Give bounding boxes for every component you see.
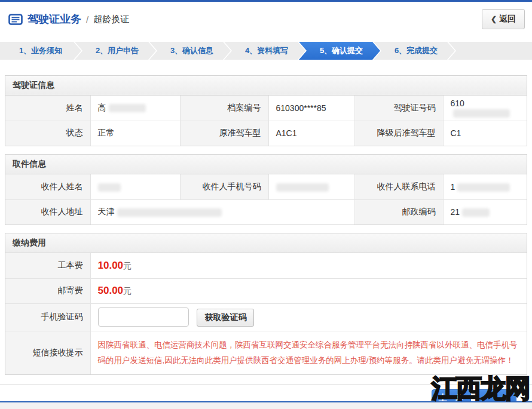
orig-class-value: A1C1 xyxy=(268,121,354,146)
work-fee-amount: 10.00 xyxy=(98,260,124,271)
step-3-confirm-info: 3、确认信息 xyxy=(149,42,231,60)
down-class-value: C1 xyxy=(443,121,527,146)
license-info-table: 姓名 高 档案编号 610300****85 驾驶证号码 610 状态 正常 原… xyxy=(5,96,527,146)
mail-fee-label: 邮寄费 xyxy=(5,278,90,303)
section-title-pickup-info: 取件信息 xyxy=(5,155,527,174)
back-button-label: 返回 xyxy=(499,14,516,24)
page-title: 驾驶证业务 xyxy=(27,12,81,26)
down-class-label: 降级后准驾车型 xyxy=(354,121,443,146)
recipient-phone-value: 1 xyxy=(443,174,527,199)
recipient-name-label: 收件人姓名 xyxy=(5,174,90,199)
redacted-recipient-phone xyxy=(457,183,510,192)
step-5-confirm-submit-active: 5、确认提交 xyxy=(299,42,380,60)
recipient-mobile-value xyxy=(268,174,354,199)
section-license-info: 驾驶证信息 姓名 高 档案编号 610300****85 驾驶证号码 610 状… xyxy=(5,75,527,146)
sms-tip-label: 短信接收提示 xyxy=(5,331,90,374)
recipient-mobile-label: 收件人手机号码 xyxy=(180,174,268,199)
chevron-left-icon: ❮ xyxy=(491,15,497,23)
table-row: 收件人姓名 收件人手机号码 收件人联系电话 1 xyxy=(5,174,527,199)
postcode-label: 邮政编码 xyxy=(354,199,443,225)
orig-class-label: 原准驾车型 xyxy=(180,121,268,146)
postcode-value-text: 21 xyxy=(451,207,460,217)
work-fee-value: 10.00元 xyxy=(90,253,527,278)
get-captcha-button[interactable]: 获取验证码 xyxy=(197,309,254,327)
back-button[interactable]: ❮ 返回 xyxy=(482,9,525,29)
redacted-postcode xyxy=(462,208,490,217)
sms-tip-text: 因陕西省联通、电信运营商技术问题，陕西省互联网交通安全综合服务管理平台无法向持陕… xyxy=(98,337,519,369)
captcha-label: 手机验证码 xyxy=(5,303,90,331)
main-content: 驾驶证信息 姓名 高 档案编号 610300****85 驾驶证号码 610 状… xyxy=(0,75,532,375)
license-card-icon xyxy=(8,14,23,25)
table-row: 收件人地址 天津 邮政编码 21 xyxy=(5,199,527,225)
recipient-phone-label: 收件人联系电话 xyxy=(354,174,443,199)
step-1-business-notice: 1、业务须知 xyxy=(0,42,81,60)
watermark-part2: 龙网 xyxy=(481,374,530,402)
name-value: 高 xyxy=(90,96,180,121)
table-row: 状态 正常 原准驾车型 A1C1 降级后准驾车型 C1 xyxy=(5,121,527,146)
site-watermark: 江西龙网 xyxy=(432,371,530,406)
section-title-payment: 缴纳费用 xyxy=(5,233,527,253)
name-label: 姓名 xyxy=(5,96,90,121)
file-no-value: 610300****85 xyxy=(268,96,354,121)
mail-fee-value: 50.00元 xyxy=(90,278,527,303)
captcha-cell: 获取验证码 xyxy=(90,303,527,331)
page-header: 驾驶证业务 / 超龄换证 ❮ 返回 xyxy=(0,2,532,36)
table-row: 姓名 高 档案编号 610300****85 驾驶证号码 610 xyxy=(5,96,527,121)
step-bar-filler xyxy=(448,42,532,60)
license-no-label: 驾驶证号码 xyxy=(354,96,443,121)
postcode-value: 21 xyxy=(443,199,527,225)
table-row: 工本费 10.00元 xyxy=(5,253,527,278)
redacted-recipient-mobile xyxy=(276,183,329,192)
table-row: 手机验证码 获取验证码 xyxy=(5,303,527,331)
section-pickup-info: 取件信息 收件人姓名 收件人手机号码 收件人联系电话 1 收件人地址 天津 邮政… xyxy=(5,154,527,225)
status-label: 状态 xyxy=(5,121,90,146)
sms-tip-cell: 因陕西省联通、电信运营商技术问题，陕西省互联网交通安全综合服务管理平台无法向持陕… xyxy=(90,331,527,374)
breadcrumb-current: 超龄换证 xyxy=(93,14,129,25)
captcha-input[interactable] xyxy=(98,307,189,327)
redacted-recipient-address xyxy=(117,208,222,217)
mail-fee-amount: 50.00 xyxy=(98,285,124,296)
table-row: 短信接收提示 因陕西省联通、电信运营商技术问题，陕西省互联网交通安全综合服务管理… xyxy=(5,331,527,374)
status-value: 正常 xyxy=(90,121,180,146)
watermark-part1: 江西 xyxy=(432,374,481,402)
fee-unit: 元 xyxy=(123,261,132,270)
redacted-recipient-name xyxy=(98,183,121,192)
recipient-name-value xyxy=(90,174,180,199)
fee-unit: 元 xyxy=(123,286,132,296)
license-no-value-text: 610 xyxy=(451,99,464,108)
wizard-step-bar: 1、业务须知 2、用户申告 3、确认信息 4、资料填写 5、确认提交 6、完成提… xyxy=(0,42,532,60)
step-6-finish-submit: 6、完成提交 xyxy=(374,42,455,60)
recipient-address-label: 收件人地址 xyxy=(5,199,90,225)
name-value-text: 高 xyxy=(98,103,106,112)
recipient-phone-value-text: 1 xyxy=(451,182,455,192)
recipient-address-value-text: 天津 xyxy=(98,207,115,216)
pickup-info-table: 收件人姓名 收件人手机号码 收件人联系电话 1 收件人地址 天津 邮政编码 21 xyxy=(5,174,527,225)
redacted-name xyxy=(109,104,146,112)
license-no-value: 610 xyxy=(443,96,527,121)
breadcrumb-separator: / xyxy=(86,14,88,24)
step-2-user-declaration: 2、用户申告 xyxy=(75,42,156,60)
recipient-address-value: 天津 xyxy=(90,199,354,225)
section-payment: 缴纳费用 工本费 10.00元 邮寄费 50.00元 手机验证码 获取验证码 短… xyxy=(5,233,527,375)
step-4-fill-materials: 4、资料填写 xyxy=(224,42,305,60)
work-fee-label: 工本费 xyxy=(5,253,90,278)
file-no-label: 档案编号 xyxy=(180,96,268,121)
redacted-license-no xyxy=(453,109,510,118)
table-row: 邮寄费 50.00元 xyxy=(5,278,527,303)
section-title-license-info: 驾驶证信息 xyxy=(5,76,527,96)
payment-table: 工本费 10.00元 邮寄费 50.00元 手机验证码 获取验证码 短信接收提示… xyxy=(5,253,527,374)
